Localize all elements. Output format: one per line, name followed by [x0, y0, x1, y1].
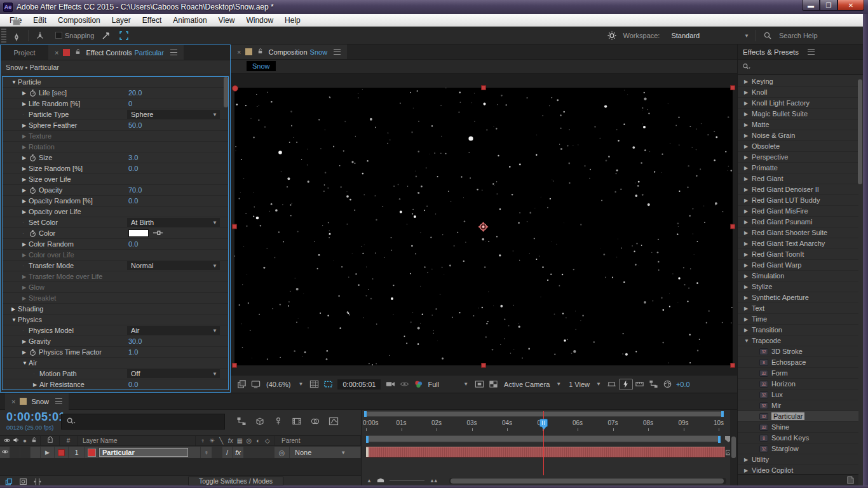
effect-mir[interactable]: 32Mir [738, 400, 858, 411]
param-value[interactable]: 0.0 [128, 240, 138, 248]
panel-menu-icon[interactable] [55, 398, 62, 404]
category-red-giant-warp[interactable]: ▶Red Giant Warp [738, 260, 858, 271]
param-color-random[interactable]: ▶Color Random0.0 [3, 239, 228, 250]
menu-animation[interactable]: Animation [167, 14, 212, 27]
param-life-random-[interactable]: ▶Life Random [%]0 [3, 98, 228, 109]
layer-name-column-header[interactable]: Layer Name [83, 437, 117, 444]
exposure-value[interactable]: +0.0 [676, 381, 690, 388]
layer-audio-toggle[interactable] [10, 447, 20, 458]
lock-icon[interactable] [74, 48, 81, 57]
current-timecode[interactable]: 0:00:05:01 [6, 410, 65, 424]
grid-guides-icon[interactable] [307, 379, 321, 390]
effect-echospace[interactable]: 8Echospace [738, 357, 858, 368]
resolution-select[interactable]: Full [428, 381, 439, 388]
param-value[interactable]: 3.0 [128, 154, 138, 161]
category-transition[interactable]: ▶Transition [738, 325, 858, 336]
menu-view[interactable]: View [213, 14, 241, 27]
param-motion-path[interactable]: ·Motion PathOff▼ [3, 369, 228, 379]
param-streaklet[interactable]: ▶Streaklet [3, 293, 228, 304]
composition-canvas[interactable] [234, 88, 733, 365]
category-stylize[interactable]: ▶Stylize [738, 281, 858, 292]
pan-behind-tool[interactable] [8, 0, 25, 3]
workspace-gear-icon[interactable] [603, 28, 621, 43]
category-red-giant-text-anarchy[interactable]: ▶Red Giant Text Anarchy [738, 238, 858, 249]
param-value[interactable]: 0.0 [128, 165, 138, 172]
param-texture[interactable]: ▶Texture [3, 131, 228, 142]
category-obsolete[interactable]: ▶Obsolete [738, 141, 858, 152]
layer-solo-toggle[interactable] [20, 447, 31, 458]
effect-3d-stroke[interactable]: 323D Stroke [738, 346, 858, 357]
param-dropdown[interactable]: At Birth▼ [127, 218, 220, 227]
world-axis-mode[interactable] [31, 28, 49, 43]
category-matte[interactable]: ▶Matte [738, 119, 858, 130]
param-gravity[interactable]: ▶Gravity30.0 [3, 336, 228, 347]
toolbar-grip[interactable] [1, 29, 6, 43]
category-magic-bullet-suite[interactable]: ▶Magic Bullet Suite [738, 109, 858, 119]
category-red-giant[interactable]: ▶Red Giant [738, 173, 858, 184]
layer-label-chip[interactable] [55, 447, 69, 458]
stopwatch-icon[interactable] [29, 89, 37, 97]
layout-select[interactable]: 1 View [569, 381, 590, 388]
region-of-interest-icon[interactable] [472, 379, 486, 390]
panel-menu-icon[interactable] [334, 49, 341, 55]
parent-pickwhip-icon[interactable]: ◎ [275, 447, 290, 458]
restore-button[interactable]: ❐ [820, 0, 837, 11]
param-value[interactable]: 1.0 [128, 348, 138, 356]
always-preview-icon[interactable] [234, 379, 248, 390]
param-value[interactable]: 0.0 [128, 381, 138, 388]
menu-effect[interactable]: Effect [137, 14, 167, 27]
param-opacity[interactable]: ▶Opacity70.0 [3, 185, 228, 196]
param-dropdown[interactable]: Sphere▼ [127, 110, 220, 119]
lock-column-icon[interactable] [29, 437, 38, 445]
mini-flowchart-icon[interactable] [647, 379, 661, 390]
effect-starglow[interactable]: 32Starglow [738, 444, 858, 454]
close-panel-icon[interactable]: × [55, 49, 58, 57]
param-value[interactable]: 0.0 [128, 197, 138, 205]
category-noise-grain[interactable]: ▶Noise & Grain [738, 130, 858, 141]
effect-horizon[interactable]: 32Horizon [738, 379, 858, 390]
param-size[interactable]: ▶Size3.0 [3, 152, 228, 163]
motion-blur-switch-icon[interactable]: ◎ [245, 437, 254, 444]
menu-layer[interactable]: Layer [106, 14, 137, 27]
param-size-random-[interactable]: ▶Size Random [%]0.0 [3, 163, 228, 174]
param-value[interactable]: 0 [128, 100, 132, 107]
fx-switch-icon[interactable]: fx [226, 437, 235, 444]
effect-sound-keys[interactable]: 8Sound Keys [738, 433, 858, 444]
collapse-switch-icon[interactable]: ☀ [208, 437, 217, 444]
param-dropdown[interactable]: Air▼ [127, 326, 220, 335]
category-red-giant-shooter-suite[interactable]: ▶Red Giant Shooter Suite [738, 227, 858, 238]
toggle-switches-modes-button[interactable]: Toggle Switches / Modes [188, 477, 283, 485]
pen-tool[interactable] [8, 30, 25, 45]
new-preset-icon[interactable] [846, 476, 855, 484]
param-value[interactable]: 20.0 [128, 89, 142, 97]
effect-lux[interactable]: 32Lux [738, 390, 858, 400]
adjustment-switch-icon[interactable]: ◐ [254, 437, 262, 444]
tab-project[interactable]: Project [1, 45, 48, 60]
tab-composition[interactable]: × Composition Snow [231, 44, 347, 59]
close-panel-icon[interactable]: × [237, 48, 241, 56]
layer-row-particular[interactable]: ▶ 1 Particular ♀ / fx ◎ None ▼ [0, 447, 361, 458]
param-physics[interactable]: ▼Physics [3, 315, 228, 325]
layer-shy-switch[interactable]: ♀ [201, 447, 212, 458]
param-transfer-mode[interactable]: ·Transfer ModeNormal▼ [3, 261, 228, 271]
shape-tool[interactable] [8, 15, 25, 30]
zoom-out-icon[interactable]: ▲ [367, 478, 372, 484]
mask-visibility-icon[interactable] [115, 28, 133, 43]
param-size-over-life[interactable]: ▶Size over Life [3, 174, 228, 185]
param-dropdown[interactable]: Normal▼ [127, 261, 220, 270]
category-knoll-light-factory[interactable]: ▶Knoll Light Factory [738, 98, 858, 109]
panel-menu-icon[interactable] [808, 49, 815, 55]
roi-icon[interactable] [321, 379, 335, 390]
effect-controls-scrollbar[interactable] [224, 77, 228, 107]
navigator-start-handle[interactable] [364, 411, 367, 417]
motion-blur-icon[interactable] [306, 415, 324, 428]
share-view-icon[interactable] [605, 379, 619, 390]
menu-composition[interactable]: Composition [52, 14, 106, 27]
param-dropdown[interactable]: Off▼ [127, 369, 220, 378]
frame-blend-icon[interactable] [287, 415, 306, 428]
category-synthetic-aperture[interactable]: ▶Synthetic Aperture [738, 292, 858, 303]
param-rotation[interactable]: ▶Rotation [3, 142, 228, 152]
zoom-slider-thumb[interactable] [377, 478, 384, 483]
param-shading[interactable]: ▶Shading [3, 304, 228, 315]
local-axis-mode[interactable] [31, 13, 49, 28]
